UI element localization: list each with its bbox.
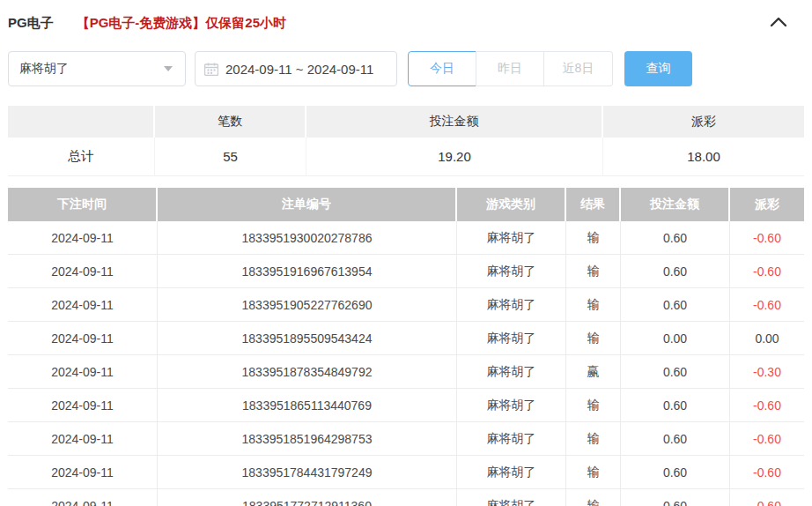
filter-bar: 麻将胡了 2024-09-11 ~ 2024-09-11 今日 昨日 近8日 查… [8,51,804,86]
last-8-days-button[interactable]: 近8日 [544,51,613,86]
cell-game: 麻将胡了 [457,355,566,389]
col-bet-time: 下注时间 [8,188,158,221]
cell-amount: 0.60 [621,288,730,322]
col-result: 结果 [566,188,621,221]
section-header: PG电子 【PG电子-免费游戏】仅保留25小时 [8,12,804,33]
cell-payout: -0.60 [730,255,804,288]
col-bet-id: 注单编号 [158,188,457,221]
summary-col-payout: 派彩 [603,106,804,138]
table-row: 2024-09-11 1833951930020278786 麻将胡了 输 0.… [8,221,804,255]
cell-game: 麻将胡了 [457,489,566,506]
page: PG电子 【PG电子-免费游戏】仅保留25小时 麻将胡了 2024-09-11 … [0,0,812,506]
cell-result: 输 [566,422,621,456]
cell-date: 2024-09-11 [8,355,158,389]
table-row: 2024-09-11 1833951895509543424 麻将胡了 输 0.… [8,322,804,355]
summary-table: 笔数 投注金额 派彩 总计 55 19.20 18.00 [8,106,804,176]
yesterday-button[interactable]: 昨日 [476,51,544,86]
cell-payout: -0.30 [730,355,804,389]
summary-total-row: 总计 55 19.20 18.00 [8,138,804,176]
cell-result: 输 [566,389,621,422]
cell-amount: 0.60 [621,456,730,489]
cell-result: 赢 [566,355,621,389]
cell-bet-id: 1833951851964298753 [158,422,457,456]
cell-payout: -0.60 [730,221,804,255]
cell-payout: 0.00 [730,322,804,355]
collapse-button[interactable] [767,12,790,33]
cell-payout: -0.60 [730,456,804,489]
cell-payout: -0.60 [730,489,804,506]
cell-game: 麻将胡了 [457,221,566,255]
table-row: 2024-09-11 1833951905227762690 麻将胡了 输 0.… [8,288,804,322]
cell-date: 2024-09-11 [8,456,158,489]
cell-amount: 0.60 [621,221,730,255]
table-row: 2024-09-11 1833951772712911360 麻将胡了 输 0.… [8,489,804,506]
table-row: 2024-09-11 1833951916967613954 麻将胡了 输 0.… [8,255,804,288]
cell-result: 输 [566,322,621,355]
col-payout: 派彩 [730,188,804,221]
cell-bet-id: 1833951895509543424 [158,322,457,355]
table-row: 2024-09-11 1833951851964298753 麻将胡了 输 0.… [8,422,804,456]
cell-payout: -0.60 [730,389,804,422]
col-game-type: 游戏类别 [457,188,566,221]
summary-total-payout: 18.00 [603,138,804,176]
summary-col-bet-amount: 投注金额 [306,106,603,138]
cell-bet-id: 1833951930020278786 [158,221,457,255]
cell-bet-id: 1833951865113440769 [158,389,457,422]
cell-result: 输 [566,255,621,288]
calendar-icon [204,63,218,76]
cell-date: 2024-09-11 [8,389,158,422]
records-table: 下注时间 注单编号 游戏类别 结果 投注金额 派彩 2024-09-11 183… [8,188,804,506]
cell-game: 麻将胡了 [457,456,566,489]
notice-text: 【PG电子-免费游戏】仅保留25小时 [77,15,286,32]
cell-date: 2024-09-11 [8,489,158,506]
cell-game: 麻将胡了 [457,322,566,355]
table-row: 2024-09-11 1833951784431797249 麻将胡了 输 0.… [8,456,804,489]
cell-amount: 0.00 [621,322,730,355]
cell-game: 麻将胡了 [457,288,566,322]
cell-date: 2024-09-11 [8,288,158,322]
cell-bet-id: 1833951772712911360 [158,489,457,506]
cell-date: 2024-09-11 [8,255,158,288]
chevron-down-icon [164,66,173,71]
summary-header-row: 笔数 投注金额 派彩 [8,106,804,138]
cell-result: 输 [566,288,621,322]
col-bet-amount: 投注金额 [621,188,730,221]
cell-game: 麻将胡了 [457,255,566,288]
table-row: 2024-09-11 1833951878354849792 麻将胡了 赢 0.… [8,355,804,389]
query-button[interactable]: 查询 [624,51,692,86]
cell-date: 2024-09-11 [8,221,158,255]
chevron-up-icon [770,17,787,30]
summary-total-label: 总计 [8,138,155,176]
game-select[interactable]: 麻将胡了 [8,51,186,86]
cell-game: 麻将胡了 [457,422,566,456]
cell-bet-id: 1833951916967613954 [158,255,457,288]
cell-amount: 0.60 [621,422,730,456]
cell-amount: 0.60 [621,355,730,389]
cell-bet-id: 1833951878354849792 [158,355,457,389]
cell-amount: 0.60 [621,255,730,288]
table-row: 2024-09-11 1833951865113440769 麻将胡了 输 0.… [8,389,804,422]
cell-date: 2024-09-11 [8,422,158,456]
game-select-value: 麻将胡了 [19,61,164,77]
cell-result: 输 [566,489,621,506]
summary-total-count: 55 [155,138,306,176]
cell-payout: -0.60 [730,422,804,456]
cell-result: 输 [566,456,621,489]
summary-col-blank [8,106,155,138]
cell-amount: 0.60 [621,389,730,422]
summary-total-bet-amount: 19.20 [306,138,603,176]
cell-bet-id: 1833951905227762690 [158,288,457,322]
quick-date-group: 今日 昨日 近8日 [408,51,613,86]
date-range-input[interactable]: 2024-09-11 ~ 2024-09-11 [195,51,397,86]
cell-payout: -0.60 [730,288,804,322]
page-title: PG电子 [8,15,54,32]
today-button[interactable]: 今日 [408,51,476,86]
summary-col-count: 笔数 [155,106,306,138]
cell-amount: 0.60 [621,489,730,506]
cell-result: 输 [566,221,621,255]
records-header-row: 下注时间 注单编号 游戏类别 结果 投注金额 派彩 [8,188,804,221]
cell-bet-id: 1833951784431797249 [158,456,457,489]
date-range-value: 2024-09-11 ~ 2024-09-11 [225,62,373,77]
cell-game: 麻将胡了 [457,389,566,422]
cell-date: 2024-09-11 [8,322,158,355]
